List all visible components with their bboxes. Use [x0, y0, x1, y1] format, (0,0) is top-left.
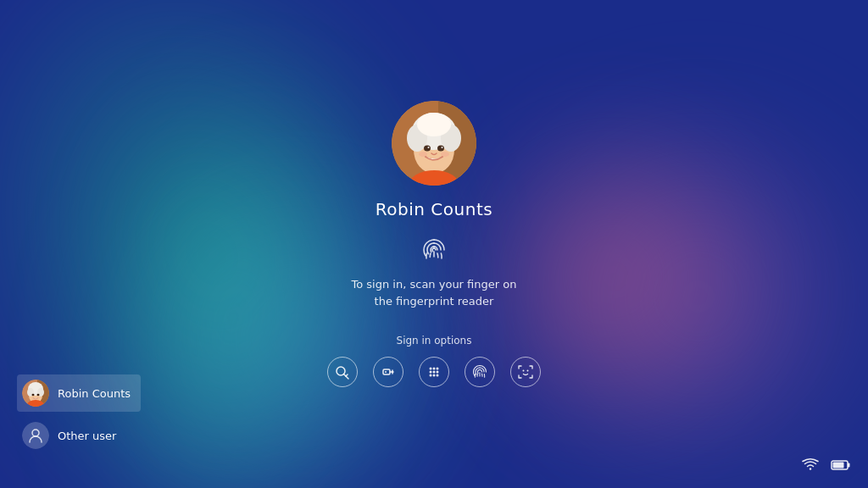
- user-avatar-other: [22, 422, 49, 449]
- svg-point-23: [385, 371, 387, 373]
- security-key-option-button[interactable]: [373, 357, 403, 387]
- svg-point-33: [523, 370, 525, 372]
- user-item-robin[interactable]: Robin Counts: [17, 374, 141, 412]
- svg-point-26: [437, 368, 439, 370]
- svg-rect-47: [848, 463, 850, 467]
- signin-options-row: [327, 357, 541, 387]
- face-option-button[interactable]: [510, 357, 541, 387]
- password-option-button[interactable]: [327, 357, 358, 387]
- svg-point-14: [442, 147, 443, 148]
- svg-point-12: [437, 146, 444, 152]
- svg-rect-48: [833, 462, 844, 468]
- svg-point-10: [417, 113, 451, 136]
- battery-icon[interactable]: [831, 458, 851, 474]
- svg-point-32: [437, 374, 439, 377]
- other-user-icon: [27, 427, 44, 444]
- svg-point-30: [430, 374, 432, 377]
- fingerprint-option-icon: [471, 363, 488, 380]
- user-avatar-robin: [22, 380, 49, 407]
- svg-point-31: [433, 374, 436, 377]
- user-item-other[interactable]: Other user: [17, 417, 141, 454]
- svg-point-34: [527, 370, 529, 372]
- svg-point-43: [37, 394, 40, 396]
- svg-point-27: [430, 371, 432, 374]
- user-avatar: [392, 101, 476, 186]
- svg-point-45: [32, 430, 39, 436]
- avatar-image: [392, 101, 476, 186]
- svg-point-24: [430, 368, 432, 370]
- security-key-icon: [381, 364, 396, 380]
- user-name-other: Other user: [58, 430, 116, 442]
- svg-point-16: [441, 152, 449, 157]
- svg-point-42: [32, 394, 35, 396]
- system-tray: [802, 458, 851, 474]
- face-icon: [517, 363, 534, 380]
- fingerprint-icon: [420, 236, 448, 268]
- svg-point-25: [433, 368, 436, 370]
- user-switcher: Robin Counts Other user: [17, 374, 141, 454]
- svg-point-13: [428, 147, 430, 148]
- wifi-icon[interactable]: [802, 458, 819, 474]
- svg-point-29: [437, 371, 439, 374]
- fingerprint-option-button[interactable]: [465, 357, 495, 387]
- pin-icon: [426, 364, 442, 380]
- key-icon: [335, 364, 350, 380]
- signin-hint-text: To sign in, scan your finger onthe finge…: [352, 276, 517, 309]
- svg-point-15: [419, 152, 427, 157]
- login-panel: Robin Counts To sign in, scan your finge…: [327, 101, 541, 387]
- username-label: Robin Counts: [376, 199, 492, 219]
- svg-point-11: [424, 146, 431, 152]
- svg-point-28: [433, 371, 436, 374]
- pin-option-button[interactable]: [419, 357, 449, 387]
- svg-line-19: [346, 374, 348, 376]
- signin-options-label: Sign in options: [397, 335, 472, 347]
- user-name-robin: Robin Counts: [58, 387, 131, 400]
